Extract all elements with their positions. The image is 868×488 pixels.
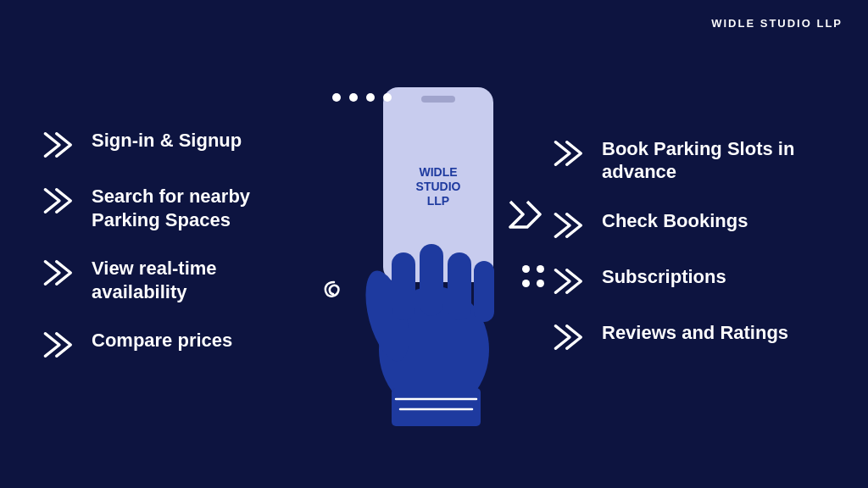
dot-1 bbox=[332, 93, 341, 102]
svg-text:WIDLE: WIDLE bbox=[419, 165, 457, 179]
decorative-dots-top bbox=[332, 93, 392, 102]
chevron-icon-search bbox=[42, 186, 76, 215]
right-features: Book Parking Slots in advance Check Book… bbox=[553, 137, 826, 352]
dot-r3 bbox=[522, 280, 530, 287]
feature-text-subscriptions: Subscriptions bbox=[602, 265, 726, 289]
dot-4 bbox=[383, 93, 392, 102]
chevron-icon-compare bbox=[42, 330, 76, 359]
chevron-icon-subscriptions bbox=[553, 267, 587, 296]
feature-text-book: Book Parking Slots in advance bbox=[602, 137, 794, 184]
dot-3 bbox=[366, 93, 375, 102]
dot-r2 bbox=[537, 265, 544, 273]
svg-rect-11 bbox=[392, 388, 481, 426]
chevron-icon-check bbox=[553, 211, 587, 240]
feature-text-reviews: Reviews and Ratings bbox=[602, 321, 788, 345]
dot-r1 bbox=[522, 265, 530, 273]
feature-item-sign-in: Sign-in & Signup bbox=[42, 129, 315, 159]
feature-item-search: Search for nearby Parking Spaces bbox=[42, 185, 315, 231]
feature-item-realtime: View real-time availability bbox=[42, 257, 315, 303]
chevron-icon-book bbox=[553, 139, 587, 168]
dot-r4 bbox=[537, 280, 544, 287]
svg-rect-9 bbox=[448, 252, 471, 320]
brand-label: WIDLE STUDIO LLP bbox=[711, 17, 843, 30]
feature-text-search: Search for nearby Parking Spaces bbox=[92, 185, 250, 231]
feature-item-compare: Compare prices bbox=[42, 329, 315, 359]
feature-text-check: Check Bookings bbox=[602, 209, 748, 233]
svg-rect-7 bbox=[392, 252, 415, 320]
svg-text:STUDIO: STUDIO bbox=[416, 180, 461, 193]
feature-item-check: Check Bookings bbox=[553, 209, 748, 240]
left-features: Sign-in & Signup Search for nearby Parki… bbox=[42, 129, 315, 359]
dot-2 bbox=[349, 93, 358, 102]
swirl-decoration bbox=[320, 278, 349, 311]
svg-rect-8 bbox=[420, 244, 443, 316]
chevron-icon-realtime bbox=[42, 258, 76, 287]
feature-text-realtime: View real-time availability bbox=[92, 257, 217, 303]
chevron-icon-reviews bbox=[553, 323, 587, 352]
feature-text-sign-in: Sign-in & Signup bbox=[92, 129, 242, 152]
feature-item-subscriptions: Subscriptions bbox=[553, 265, 726, 296]
zigzag-decoration bbox=[506, 193, 548, 239]
svg-rect-10 bbox=[474, 261, 494, 322]
svg-text:LLP: LLP bbox=[427, 194, 449, 208]
feature-text-compare: Compare prices bbox=[92, 329, 232, 352]
chevron-icon-sign-in bbox=[42, 130, 76, 159]
svg-rect-1 bbox=[421, 96, 455, 103]
phone-area: WIDLE STUDIO LLP bbox=[315, 34, 553, 454]
feature-item-book: Book Parking Slots in advance bbox=[553, 137, 794, 184]
phone-hand-illustration: WIDLE STUDIO LLP bbox=[345, 87, 523, 426]
content-wrapper: Sign-in & Signup Search for nearby Parki… bbox=[0, 0, 868, 488]
feature-item-reviews: Reviews and Ratings bbox=[553, 321, 788, 352]
decorative-dots-right bbox=[522, 265, 544, 287]
